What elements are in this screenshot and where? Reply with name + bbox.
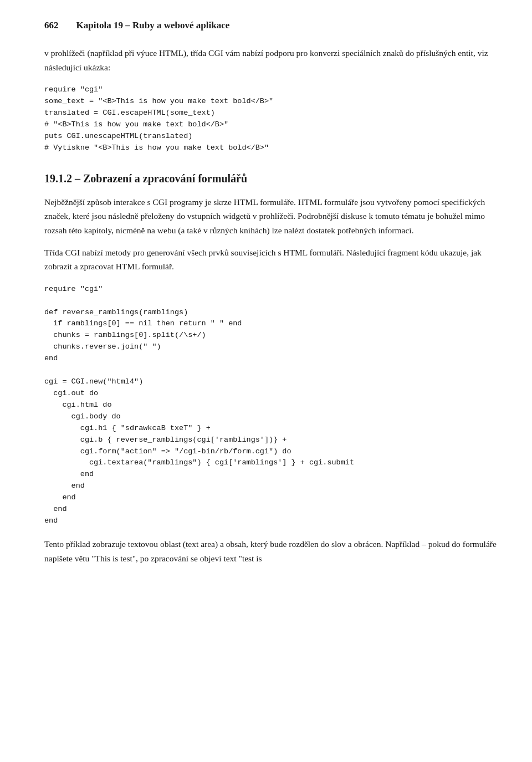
paragraph-3: Tento příklad zobrazuje textovou oblast … (44, 537, 505, 565)
intro-paragraph: v prohlížeči (například při výuce HTML),… (44, 46, 505, 74)
page-header: 662 Kapitola 19 – Ruby a webové aplikace (44, 18, 505, 33)
chapter-title: Kapitola 19 – Ruby a webové aplikace (76, 18, 230, 33)
paragraph-2: Třída CGI nabízí metody pro generování v… (44, 246, 505, 274)
page-number: 662 (44, 18, 59, 33)
code-block-1: require "cgi" some_text = "<B>This is ho… (44, 84, 505, 154)
paragraph-1: Nejběžnější způsob interakce s CGI progr… (44, 195, 505, 238)
code-block-2: require "cgi" def reverse_ramblings(ramb… (44, 284, 505, 527)
section-heading: 19.1.2 – Zobrazení a zpracování formulář… (44, 170, 505, 187)
